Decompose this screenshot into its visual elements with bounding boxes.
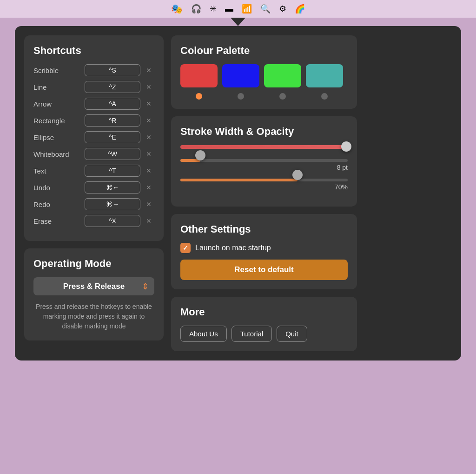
shortcut-input-scribble[interactable] bbox=[85, 64, 140, 76]
shortcut-input-wrap-whiteboard: ✕ bbox=[85, 148, 154, 160]
shortcut-clear-whiteboard[interactable]: ✕ bbox=[143, 150, 154, 158]
stroke-full-track bbox=[180, 145, 348, 148]
shortcut-label-rectangle: Rectangle bbox=[33, 117, 85, 125]
more-panel: More About Us Tutorial Quit bbox=[171, 297, 357, 351]
popup-container: Shortcuts Scribble✕Line✕Arrow✕Rectangle✕… bbox=[15, 26, 461, 361]
shortcut-row-arrow: Arrow✕ bbox=[33, 98, 154, 110]
tutorial-button[interactable]: Tutorial bbox=[231, 326, 272, 342]
about-us-button[interactable]: About Us bbox=[180, 326, 227, 342]
colour-dot-4[interactable] bbox=[321, 93, 328, 100]
pointer-triangle bbox=[231, 18, 245, 26]
shortcut-row-scribble: Scribble✕ bbox=[33, 64, 154, 76]
colour-dot-1[interactable] bbox=[196, 93, 202, 100]
shortcut-label-ellipse: Ellipse bbox=[33, 134, 85, 141]
controls-icon[interactable]: ⚙ bbox=[279, 4, 286, 14]
shortcut-input-undo[interactable] bbox=[85, 181, 140, 194]
stroke-full-thumb[interactable] bbox=[341, 141, 351, 152]
shortcut-input-ellipse[interactable] bbox=[85, 131, 140, 143]
shortcut-label-text: Text bbox=[33, 167, 85, 175]
stroke-opacity-track bbox=[180, 179, 348, 181]
colour-swatch-blue[interactable] bbox=[222, 64, 259, 87]
shortcut-clear-undo[interactable]: ✕ bbox=[143, 183, 154, 192]
dot-wrap-3 bbox=[264, 93, 301, 100]
colour-dot-2[interactable] bbox=[238, 93, 244, 100]
shortcut-row-rectangle: Rectangle✕ bbox=[33, 114, 154, 127]
shortcuts-title: Shortcuts bbox=[33, 45, 154, 57]
shortcut-input-text[interactable] bbox=[85, 165, 140, 177]
colour-swatch-red[interactable] bbox=[180, 64, 218, 87]
shortcut-label-arrow: Arrow bbox=[33, 100, 85, 108]
other-settings-panel: Other Settings ✓ Launch on mac startup R… bbox=[171, 214, 357, 289]
checkmark-icon: ✓ bbox=[183, 244, 188, 252]
stroke-title: Stroke Width & Opacity bbox=[180, 126, 348, 138]
search-icon[interactable]: 🔍 bbox=[260, 4, 271, 14]
shortcut-label-whiteboard: Whiteboard bbox=[33, 150, 85, 158]
shortcut-clear-erase[interactable]: ✕ bbox=[143, 217, 154, 225]
shortcut-label-redo: Redo bbox=[33, 200, 85, 208]
stroke-full-slider bbox=[180, 145, 348, 148]
shortcut-label-line: Line bbox=[33, 83, 85, 91]
mode-select-wrap: Press & Release Hold ⇕ bbox=[33, 277, 154, 295]
stroke-panel: Stroke Width & Opacity bbox=[171, 116, 357, 207]
left-column: Shortcuts Scribble✕Line✕Arrow✕Rectangle✕… bbox=[24, 35, 164, 351]
colour-swatches bbox=[180, 64, 348, 87]
shortcut-input-wrap-line: ✕ bbox=[85, 81, 154, 93]
colour-dot-3[interactable] bbox=[279, 93, 286, 100]
stroke-width-track bbox=[180, 159, 348, 162]
shortcut-input-arrow[interactable] bbox=[85, 98, 140, 110]
shortcut-input-whiteboard[interactable] bbox=[85, 148, 140, 160]
shortcut-row-erase: Erase✕ bbox=[33, 215, 154, 227]
stroke-opacity-thumb[interactable] bbox=[292, 170, 303, 180]
shortcut-rows: Scribble✕Line✕Arrow✕Rectangle✕Ellipse✕Wh… bbox=[33, 64, 154, 227]
colour-dots bbox=[180, 93, 348, 100]
reset-default-button[interactable]: Reset to default bbox=[180, 260, 348, 280]
colour-swatch-teal[interactable] bbox=[306, 64, 343, 87]
headphones-icon: 🎧 bbox=[191, 4, 201, 14]
shortcut-input-erase[interactable] bbox=[85, 215, 140, 227]
stroke-width-value: 8 pt bbox=[180, 164, 348, 171]
mode-select[interactable]: Press & Release Hold bbox=[33, 277, 154, 295]
shortcut-input-wrap-redo: ✕ bbox=[85, 198, 154, 210]
bluetooth-icon: ✳ bbox=[210, 4, 217, 14]
app-icon[interactable]: 🎭 bbox=[171, 3, 183, 14]
siri-icon[interactable]: 🌈 bbox=[295, 4, 305, 14]
shortcut-clear-arrow[interactable]: ✕ bbox=[143, 100, 154, 108]
shortcut-row-ellipse: Ellipse✕ bbox=[33, 131, 154, 143]
other-settings-title: Other Settings bbox=[180, 223, 348, 235]
shortcut-clear-redo[interactable]: ✕ bbox=[143, 200, 154, 208]
colour-swatch-green[interactable] bbox=[264, 64, 301, 87]
operating-mode-title: Operating Mode bbox=[33, 258, 154, 270]
colour-palette-panel: Colour Palette bbox=[171, 35, 357, 109]
shortcut-row-whiteboard: Whiteboard✕ bbox=[33, 148, 154, 160]
wifi-icon: 📶 bbox=[242, 4, 252, 14]
shortcut-clear-line[interactable]: ✕ bbox=[143, 83, 154, 91]
launch-startup-checkbox[interactable]: ✓ bbox=[180, 243, 191, 253]
stroke-opacity-slider: 70% bbox=[180, 179, 348, 191]
dot-wrap-4 bbox=[306, 93, 343, 100]
shortcuts-panel: Shortcuts Scribble✕Line✕Arrow✕Rectangle✕… bbox=[24, 35, 164, 241]
shortcut-clear-rectangle[interactable]: ✕ bbox=[143, 116, 154, 125]
more-title: More bbox=[180, 306, 348, 318]
shortcut-clear-scribble[interactable]: ✕ bbox=[143, 66, 154, 74]
shortcut-input-wrap-arrow: ✕ bbox=[85, 98, 154, 110]
shortcut-input-redo[interactable] bbox=[85, 198, 140, 210]
shortcut-row-line: Line✕ bbox=[33, 81, 154, 93]
shortcut-clear-ellipse[interactable]: ✕ bbox=[143, 133, 154, 141]
stroke-opacity-value: 70% bbox=[180, 183, 348, 191]
shortcut-clear-text[interactable]: ✕ bbox=[143, 167, 154, 175]
operating-mode-panel: Operating Mode Press & Release Hold ⇕ Pr… bbox=[24, 248, 164, 340]
shortcut-input-wrap-undo: ✕ bbox=[85, 181, 154, 194]
shortcut-input-rectangle[interactable] bbox=[85, 114, 140, 127]
shortcut-input-wrap-rectangle: ✕ bbox=[85, 114, 154, 127]
shortcut-input-line[interactable] bbox=[85, 81, 140, 93]
shortcut-input-wrap-ellipse: ✕ bbox=[85, 131, 154, 143]
stroke-width-thumb[interactable] bbox=[195, 150, 205, 160]
mode-description: Press and release the hotkeys to enable … bbox=[33, 302, 154, 331]
quit-button[interactable]: Quit bbox=[277, 326, 307, 342]
shortcut-label-scribble: Scribble bbox=[33, 67, 85, 74]
shortcut-label-undo: Undo bbox=[33, 184, 85, 192]
shortcut-row-undo: Undo✕ bbox=[33, 181, 154, 194]
shortcut-input-wrap-scribble: ✕ bbox=[85, 64, 154, 76]
shortcut-input-wrap-text: ✕ bbox=[85, 165, 154, 177]
right-column: Colour Palette bbox=[171, 35, 357, 351]
